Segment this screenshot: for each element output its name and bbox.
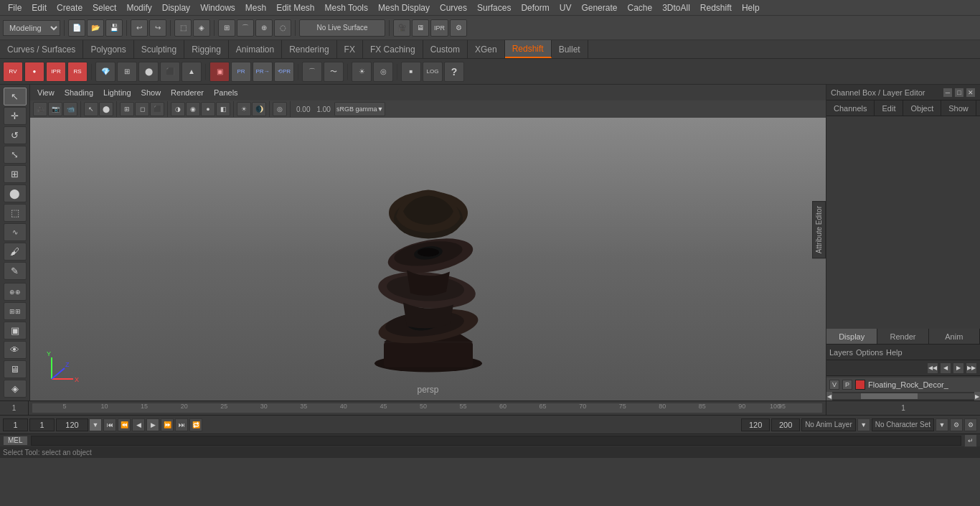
shelf-icon-rs1[interactable]: RS [67, 62, 88, 82]
vp-tb-shad[interactable]: 🌒 [252, 102, 266, 116]
vp-tb-smooth[interactable]: ⬛ [150, 102, 164, 116]
scale-tool-btn[interactable]: ⤡ [4, 146, 27, 164]
shelf-tab-polygons[interactable]: Polygons [83, 40, 133, 58]
play-fwd-btn[interactable]: ▶ [146, 418, 159, 431]
layer-scroll-right[interactable]: ▶ [974, 392, 980, 400]
shelf-icon-ipr2[interactable]: IPR [46, 62, 66, 82]
snap-view-btn[interactable]: ▣ [4, 322, 27, 339]
save-scene-btn[interactable]: 💾 [105, 19, 123, 37]
vp-tb-sel2[interactable]: ⬤ [99, 102, 113, 116]
layer-tab-anim[interactable]: Anim [929, 329, 980, 344]
layer-ctrl-1[interactable]: ◀◀ [927, 362, 938, 374]
shelf-icon-rec[interactable]: ● [24, 62, 44, 82]
step-fwd-btn[interactable]: ⏩ [161, 418, 174, 431]
vp-tb-tex[interactable]: ◧ [216, 102, 230, 116]
anim-layer-dropdown[interactable]: ▼ [857, 418, 870, 431]
loop-btn[interactable]: 🔁 [189, 418, 202, 431]
shelf-tab-redshift[interactable]: Redshift [505, 40, 552, 58]
menu-create[interactable]: Create [52, 1, 88, 14]
scene-area[interactable]: X Y Z persp [30, 118, 826, 400]
layout-btn[interactable]: ⊞⊞ [4, 302, 27, 320]
go-start-btn[interactable]: ⏮ [103, 418, 116, 431]
panel-minimize-btn[interactable]: ─ [943, 88, 953, 98]
ce-tab-object[interactable]: Object [903, 100, 941, 116]
shelf-tab-fx[interactable]: FX [337, 40, 363, 58]
shelf-tab-curves-surfaces[interactable]: Curves / Surfaces [0, 40, 83, 58]
vp-tb-grid[interactable]: ⊞ [120, 102, 134, 116]
shelf-icon-wave[interactable]: 〜 [324, 62, 344, 82]
mel-execute-btn[interactable]: ↵ [964, 434, 977, 447]
vp-tb-wireframe[interactable]: ◻ [135, 102, 149, 116]
snap-surface-btn[interactable]: ◌ [274, 19, 291, 37]
universal-tool-btn[interactable]: ⊞ [4, 165, 27, 183]
layer-scrollbar-thumb[interactable] [861, 393, 918, 399]
vp-tb-shading2[interactable]: ◉ [186, 102, 200, 116]
layer-ctrl-3[interactable]: ▶ [953, 362, 964, 374]
shelf-icon-help[interactable]: ? [444, 62, 464, 82]
panel-expand-btn[interactable]: □ [954, 88, 964, 98]
timeline-ticks-area[interactable]: 5 10 15 20 25 30 35 40 45 50 55 60 65 70… [29, 401, 826, 415]
render-btn[interactable]: 🖥 [412, 19, 429, 37]
component-mode-btn[interactable]: ◈ [193, 19, 210, 37]
layer-visible-btn[interactable]: V [829, 380, 839, 390]
rotate-tool-btn[interactable]: ↺ [4, 126, 27, 144]
layer-scroll-left[interactable]: ◀ [826, 392, 832, 400]
menu-generate[interactable]: Generate [576, 1, 622, 14]
shelf-tab-bullet[interactable]: Bullet [552, 40, 588, 58]
shelf-tab-fx-caching[interactable]: FX Caching [363, 40, 423, 58]
move-tool-btn[interactable]: ✛ [4, 107, 27, 125]
hide-show-btn[interactable]: 👁 [4, 341, 27, 359]
menu-mesh[interactable]: Mesh [240, 1, 271, 14]
no-live-surface-btn[interactable]: No Live Surface [299, 19, 385, 37]
range-start-input[interactable] [29, 418, 55, 431]
panel-close-btn[interactable]: ✕ [966, 88, 976, 98]
camera-btn[interactable]: 🎥 [393, 19, 410, 37]
layer-tab-display[interactable]: Display [826, 329, 877, 344]
layer-scrollbar[interactable]: ◀ ▶ [826, 392, 980, 400]
vp-tb-shading3[interactable]: ● [201, 102, 215, 116]
select-mode-btn[interactable]: ⬚ [174, 19, 192, 37]
transport-settings[interactable]: ⚙ [964, 418, 977, 431]
vp-gamma-btn[interactable]: sRGB gamma ▼ [334, 102, 385, 116]
marquee-btn[interactable]: ⬚ [4, 204, 27, 222]
vp-tb-ao[interactable]: ◎ [273, 102, 287, 116]
vp-menu-panels[interactable]: Panels [209, 88, 242, 98]
options-menu[interactable]: Options [856, 348, 883, 357]
menu-edit-mesh[interactable]: Edit Mesh [271, 1, 319, 14]
layer-ctrl-2[interactable]: ◀ [940, 362, 951, 374]
layer-playback-btn[interactable]: P [842, 380, 852, 390]
shelf-icon-mat2[interactable]: LOG [423, 62, 443, 82]
undo-btn[interactable]: ↩ [131, 19, 148, 37]
paint-btn[interactable]: 🖌 [4, 243, 27, 261]
char-set-settings[interactable]: ⚙ [950, 418, 963, 431]
menu-display[interactable]: Display [157, 1, 195, 14]
layer-ctrl-4[interactable]: ▶▶ [966, 362, 977, 374]
shelf-tab-xgen[interactable]: XGen [468, 40, 505, 58]
quick-sel-btn[interactable]: ⊕⊕ [4, 283, 27, 301]
menu-windows[interactable]: Windows [195, 1, 240, 14]
shelf-icon-mat1[interactable]: ■ [401, 62, 421, 82]
menu-uv[interactable]: UV [555, 1, 577, 14]
shelf-icon-pr2[interactable]: PR→ [253, 62, 273, 82]
vp-menu-shading[interactable]: Shading [60, 88, 98, 98]
vp-menu-show[interactable]: Show [137, 88, 166, 98]
ce-tab-edit[interactable]: Edit [875, 100, 903, 116]
layers-menu[interactable]: Layers [829, 348, 853, 357]
vp-tb-lights[interactable]: ☀ [237, 102, 251, 116]
shelf-icon-grid[interactable]: ⊞ [117, 62, 137, 82]
shelf-tab-custom[interactable]: Custom [423, 40, 468, 58]
current-frame-input[interactable] [3, 418, 28, 431]
render2-btn[interactable]: 🖥 [4, 360, 27, 378]
play-back-btn[interactable]: ◀ [132, 418, 145, 431]
menu-edit[interactable]: Edit [27, 1, 52, 14]
vp-tb-sel1[interactable]: ↖ [84, 102, 98, 116]
vp-menu-lighting[interactable]: Lighting [99, 88, 136, 98]
shelf-tab-rigging[interactable]: Rigging [184, 40, 229, 58]
shelf-icon-pr1[interactable]: PR [231, 62, 251, 82]
menu-deform[interactable]: Deform [516, 1, 554, 14]
char-set-dropdown[interactable]: ▼ [936, 418, 948, 431]
playback-end-input[interactable] [741, 418, 770, 431]
select-tool-btn[interactable]: ↖ [4, 88, 27, 106]
go-end-btn[interactable]: ⏭ [175, 418, 188, 431]
step-back-btn[interactable]: ⏪ [118, 418, 131, 431]
